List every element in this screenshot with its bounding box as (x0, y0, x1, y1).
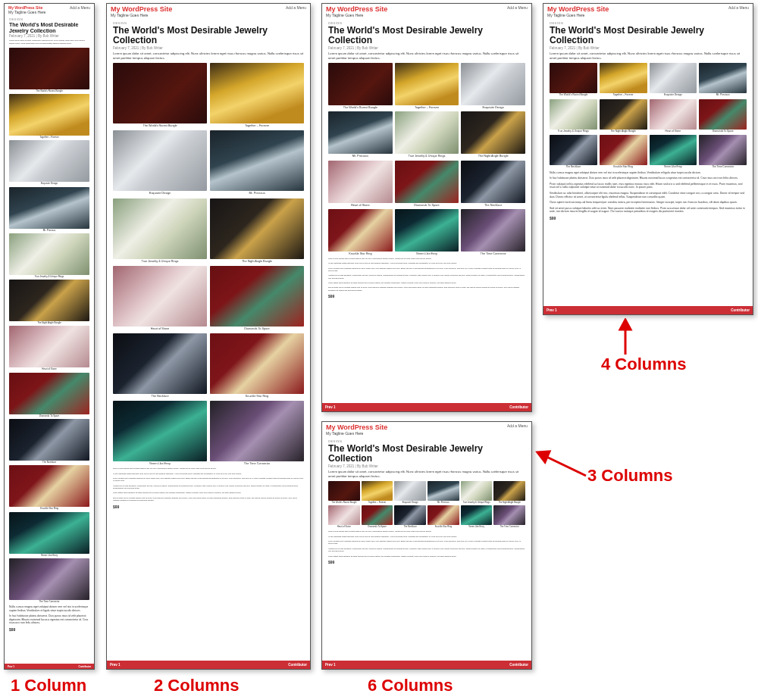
gallery-image[interactable] (461, 111, 525, 154)
gallery-image[interactable] (9, 512, 89, 554)
gallery-image[interactable] (113, 266, 207, 327)
site-title[interactable]: My WordPress Site (326, 423, 387, 431)
gallery-thumb[interactable]: Green Like Envy (650, 135, 697, 169)
gallery-thumb[interactable]: The Time Connector (210, 401, 304, 465)
gallery-image[interactable] (210, 63, 304, 123)
gallery-thumb[interactable]: Together – Forever (9, 94, 89, 139)
gallery-image[interactable] (210, 198, 304, 259)
gallery-thumb[interactable]: Diamonds To Spare (362, 505, 393, 528)
gallery-thumb[interactable]: True Jewelry & Unique Rings (9, 233, 89, 278)
gallery-image[interactable] (395, 209, 459, 252)
gallery-thumb[interactable]: The World's Rarest Bangle (328, 63, 393, 109)
gallery-thumb[interactable]: Exquisite Design (9, 140, 89, 185)
gallery-image[interactable] (699, 99, 747, 130)
gallery-thumb[interactable]: Heart of Stone (650, 99, 697, 133)
gallery-image[interactable] (600, 135, 647, 165)
gallery-thumb[interactable]: Diamonds To Spare (9, 373, 89, 417)
gallery-thumb[interactable]: Exquisite Design (394, 481, 426, 504)
footer-prev[interactable]: Prev 1 (110, 663, 121, 667)
gallery-thumb[interactable]: Knuckle Star Ring (600, 135, 647, 169)
gallery-thumb[interactable]: Heart of Stone (9, 326, 89, 370)
gallery-thumb[interactable]: The Night Angle Bangle (461, 111, 525, 158)
gallery-image[interactable] (210, 266, 304, 327)
footer-next[interactable]: Contributor (79, 665, 92, 668)
gallery-thumb[interactable]: Knuckle Star Ring (210, 333, 304, 398)
gallery-image[interactable] (699, 63, 747, 93)
gallery-image[interactable] (699, 135, 747, 165)
footer-prev[interactable]: Prev 1 (8, 665, 14, 668)
gallery-image[interactable] (9, 280, 89, 321)
gallery-image[interactable] (9, 140, 89, 182)
gallery-thumb[interactable]: Diamonds To Spare (395, 161, 459, 207)
gallery-image[interactable] (9, 558, 89, 600)
gallery-image[interactable] (395, 63, 459, 105)
gallery-thumb[interactable]: Heart of Stone (328, 161, 393, 207)
gallery-image[interactable] (328, 209, 393, 252)
site-title[interactable]: My WordPress Site (111, 5, 172, 13)
gallery-image[interactable] (328, 63, 393, 105)
gallery-image[interactable] (600, 99, 647, 130)
gallery-thumb[interactable]: Mr. Precious (9, 187, 89, 232)
gallery-thumb[interactable]: Mr. Precious (328, 111, 393, 158)
gallery-thumb[interactable]: Knuckle Star Ring (428, 505, 459, 528)
gallery-thumb[interactable]: Mr. Precious (428, 481, 459, 504)
gallery-thumb[interactable]: The World's Rarest Bangle (113, 63, 207, 127)
gallery-image[interactable] (210, 130, 304, 191)
add-menu-link[interactable]: Add a Menu (286, 5, 306, 10)
gallery-image[interactable] (210, 333, 304, 394)
gallery-thumb[interactable]: Green Like Envy (9, 512, 89, 557)
gallery-thumb[interactable]: The Night Angle Bangle (9, 280, 89, 324)
gallery-image[interactable] (461, 161, 525, 203)
post-category[interactable]: DESIGN (9, 17, 89, 21)
add-menu-link[interactable]: Add a Menu (728, 5, 749, 10)
gallery-image[interactable] (395, 161, 459, 203)
footer-next[interactable]: Contributor (509, 663, 528, 667)
gallery-image[interactable] (9, 187, 89, 229)
gallery-image[interactable] (362, 505, 393, 525)
gallery-image[interactable] (362, 481, 393, 501)
gallery-thumb[interactable]: The Night Angle Bangle (493, 481, 525, 504)
gallery-image[interactable] (461, 209, 525, 252)
gallery-thumb[interactable]: Exquisite Design (113, 130, 207, 195)
gallery-thumb[interactable]: True Jewelry & Unique Rings (550, 99, 597, 133)
gallery-image[interactable] (395, 111, 459, 154)
gallery-image[interactable] (9, 373, 89, 414)
gallery-image[interactable] (210, 401, 304, 461)
gallery-thumb[interactable]: True Jewelry & Unique Rings (395, 111, 459, 158)
gallery-image[interactable] (9, 465, 89, 507)
gallery-image[interactable] (9, 94, 89, 136)
gallery-image[interactable] (550, 99, 597, 130)
gallery-thumb[interactable]: Heart of Stone (328, 505, 360, 528)
gallery-thumb[interactable]: Knuckle Star Ring (9, 465, 89, 510)
gallery-thumb[interactable]: Green Like Envy (461, 505, 493, 528)
gallery-thumb[interactable]: The Night Angle Bangle (600, 99, 647, 133)
gallery-image[interactable] (600, 63, 647, 93)
gallery-image[interactable] (113, 198, 207, 259)
gallery-thumb[interactable]: Together – Forever (395, 63, 459, 109)
gallery-thumb[interactable]: The Necklace (9, 419, 89, 464)
gallery-image[interactable] (493, 505, 525, 525)
footer-next[interactable]: Contributor (509, 405, 528, 409)
gallery-image[interactable] (394, 481, 426, 501)
gallery-thumb[interactable]: The Necklace (394, 505, 426, 528)
gallery-thumb[interactable]: Mr. Precious (210, 130, 304, 195)
gallery-image[interactable] (9, 48, 89, 89)
gallery-image[interactable] (493, 481, 525, 501)
gallery-thumb[interactable]: The Time Connector (699, 135, 747, 169)
footer-prev[interactable]: Prev 1 (547, 308, 557, 312)
footer-prev[interactable]: Prev 1 (325, 663, 336, 667)
gallery-image[interactable] (328, 111, 393, 154)
gallery-thumb[interactable]: Green Like Envy (113, 401, 207, 465)
add-menu-link[interactable]: Add a Menu (507, 423, 528, 428)
gallery-image[interactable] (550, 135, 597, 165)
gallery-image[interactable] (328, 161, 393, 203)
gallery-thumb[interactable]: Knuckle Star Ring (328, 209, 393, 255)
gallery-thumb[interactable]: Diamonds To Spare (699, 99, 747, 133)
site-title[interactable]: My WordPress Site (547, 5, 609, 13)
site-title[interactable]: My WordPress Site (326, 5, 387, 13)
gallery-thumb[interactable]: The Necklace (461, 161, 525, 207)
gallery-image[interactable] (328, 505, 360, 525)
gallery-thumb[interactable]: The World's Rarest Bangle (9, 48, 89, 92)
gallery-image[interactable] (113, 333, 207, 394)
gallery-thumb[interactable]: The Time Connector (9, 558, 89, 603)
